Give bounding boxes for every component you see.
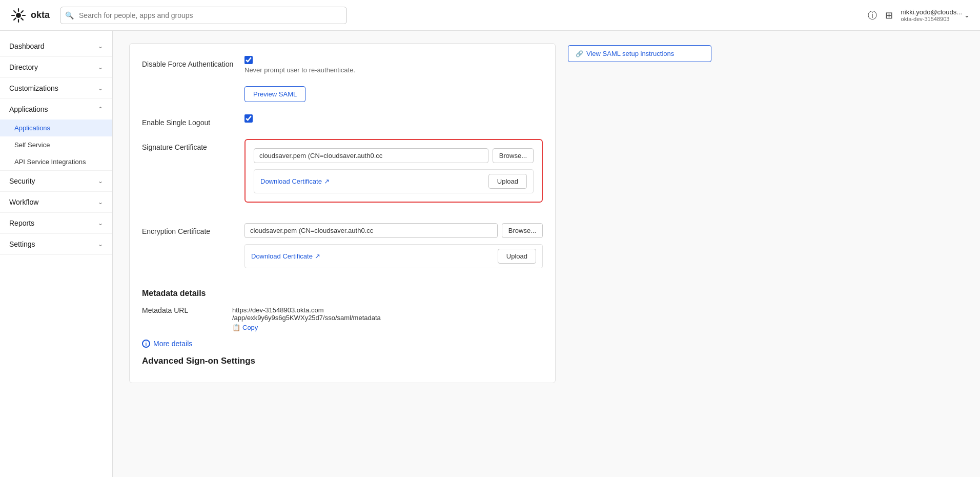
- sidebar-section-dashboard: Dashboard ⌄: [0, 36, 112, 57]
- encryption-cert-row: Encryption Certificate cloudsaver.pem (C…: [142, 223, 543, 276]
- advanced-title: Advanced Sign-on Settings: [142, 348, 543, 370]
- chevron-down-icon: ⌄: [98, 177, 103, 185]
- enable-single-logout-row: Enable Single Logout: [142, 114, 543, 127]
- content-area: Disable Force Authentication Never promp…: [113, 31, 728, 395]
- search-icon: 🔍: [65, 11, 74, 19]
- okta-wordmark: okta: [31, 10, 50, 21]
- svg-line-8: [14, 18, 16, 20]
- topnav-right: ⓘ ⊞ nikki.yodo@clouds... okta-dev-315489…: [868, 8, 970, 22]
- enable-single-logout-checkbox[interactable]: [244, 114, 253, 123]
- chevron-down-icon: ⌄: [98, 85, 103, 92]
- signature-cert-input-row: cloudsaver.pem (CN=cloudsaver.auth0.cc B…: [254, 148, 534, 163]
- metadata-section-title: Metadata details: [142, 289, 543, 298]
- sidebar-item-reports[interactable]: Reports ⌄: [0, 213, 112, 233]
- external-link-icon: ↗: [324, 177, 330, 185]
- enable-single-logout-label: Enable Single Logout: [142, 114, 244, 127]
- external-link-icon: ↗: [315, 252, 320, 260]
- signature-cert-actions: Download Certificate ↗ Upload: [254, 169, 534, 193]
- sidebar-item-security[interactable]: Security ⌄: [0, 171, 112, 191]
- chevron-down-icon: ⌄: [98, 43, 103, 50]
- sidebar-section-workflow: Workflow ⌄: [0, 192, 112, 213]
- signature-cert-browse-button[interactable]: Browse...: [493, 148, 534, 163]
- disable-force-auth-label: Disable Force Authentication: [142, 56, 244, 68]
- disable-force-auth-checkbox[interactable]: [244, 56, 253, 64]
- encryption-cert-section: cloudsaver.pem (CN=cloudsaver.auth0.cc B…: [244, 223, 543, 268]
- sidebar: Dashboard ⌄ Directory ⌄ Customizations ⌄…: [0, 31, 113, 477]
- sidebar-section-reports: Reports ⌄: [0, 213, 112, 234]
- chevron-down-icon: ⌄: [98, 220, 103, 227]
- search-input[interactable]: [60, 7, 347, 24]
- help-button[interactable]: ⓘ: [868, 9, 877, 22]
- sidebar-subitem-applications[interactable]: Applications: [0, 120, 112, 136]
- enable-single-logout-control: [244, 114, 543, 123]
- encryption-cert-download-link[interactable]: Download Certificate ↗: [251, 252, 320, 260]
- encryption-cert-browse-button[interactable]: Browse...: [502, 223, 543, 238]
- disable-force-auth-row: Disable Force Authentication Never promp…: [142, 56, 543, 74]
- metadata-url-row: Metadata URL https://dev-31548903.okta.c…: [142, 306, 543, 331]
- sidebar-item-directory[interactable]: Directory ⌄: [0, 57, 112, 77]
- okta-sunburst-icon: [10, 7, 27, 24]
- encryption-cert-file-display: cloudsaver.pem (CN=cloudsaver.auth0.cc: [244, 223, 498, 238]
- info-circle-icon: i: [142, 340, 150, 348]
- disable-force-auth-hint: Never prompt user to re-authenticate.: [244, 66, 543, 74]
- sidebar-item-customizations[interactable]: Customizations ⌄: [0, 78, 112, 98]
- copy-icon: 📋: [232, 324, 240, 331]
- encryption-cert-control: cloudsaver.pem (CN=cloudsaver.auth0.cc B…: [244, 223, 543, 276]
- chevron-up-icon: ⌃: [98, 106, 103, 113]
- right-sidebar-panel: 🔗 View SAML setup instructions: [568, 43, 711, 383]
- user-org: okta-dev-31548903: [901, 16, 962, 22]
- user-chevron-icon: ⌄: [964, 11, 970, 19]
- svg-line-6: [21, 18, 23, 20]
- signature-cert-control: cloudsaver.pem (CN=cloudsaver.auth0.cc B…: [244, 139, 543, 211]
- signature-cert-row: Signature Certificate cloudsaver.pem (CN…: [142, 139, 543, 211]
- copy-metadata-link[interactable]: 📋 Copy: [232, 324, 543, 331]
- user-menu[interactable]: nikki.yodo@clouds... okta-dev-31548903 ⌄: [901, 8, 970, 22]
- encryption-cert-actions: Download Certificate ↗ Upload: [244, 244, 543, 268]
- sidebar-section-directory: Directory ⌄: [0, 57, 112, 78]
- chevron-down-icon: ⌄: [98, 64, 103, 71]
- chevron-down-icon: ⌄: [98, 241, 103, 248]
- more-details[interactable]: i More details: [142, 340, 543, 348]
- grid-icon-button[interactable]: ⊞: [885, 10, 893, 21]
- sidebar-subitem-api-service[interactable]: API Service Integrations: [0, 153, 112, 170]
- sidebar-item-settings[interactable]: Settings ⌄: [0, 234, 112, 254]
- search-container: 🔍: [60, 7, 347, 24]
- svg-line-5: [14, 11, 16, 13]
- main-card: Disable Force Authentication Never promp…: [129, 43, 556, 383]
- encryption-cert-input-row: cloudsaver.pem (CN=cloudsaver.auth0.cc B…: [244, 223, 543, 238]
- metadata-url-value: https://dev-31548903.okta.com /app/exk9y…: [232, 306, 543, 331]
- main-content: Disable Force Authentication Never promp…: [113, 31, 980, 477]
- signature-cert-upload-button[interactable]: Upload: [488, 174, 527, 189]
- external-link-icon: 🔗: [576, 50, 583, 57]
- metadata-section: Metadata details Metadata URL https://de…: [142, 289, 543, 331]
- chevron-down-icon: ⌄: [98, 198, 103, 206]
- sidebar-section-applications: Applications ⌃ Applications Self Service…: [0, 99, 112, 171]
- signature-cert-label: Signature Certificate: [142, 139, 244, 151]
- svg-line-7: [21, 11, 23, 13]
- signature-cert-section: cloudsaver.pem (CN=cloudsaver.auth0.cc B…: [244, 139, 543, 203]
- metadata-url-label: Metadata URL: [142, 306, 224, 331]
- encryption-cert-label: Encryption Certificate: [142, 223, 244, 235]
- disable-force-auth-control: Never prompt user to re-authenticate.: [244, 56, 543, 74]
- sidebar-section-settings: Settings ⌄: [0, 234, 112, 255]
- view-saml-button[interactable]: 🔗 View SAML setup instructions: [568, 45, 711, 62]
- svg-point-0: [16, 13, 21, 18]
- okta-logo: okta: [10, 7, 50, 24]
- sidebar-item-dashboard[interactable]: Dashboard ⌄: [0, 36, 112, 56]
- sidebar-section-security: Security ⌄: [0, 171, 112, 192]
- sidebar-subitem-self-service[interactable]: Self Service: [0, 136, 112, 153]
- sidebar-item-applications[interactable]: Applications ⌃: [0, 99, 112, 120]
- signature-cert-download-link[interactable]: Download Certificate ↗: [260, 177, 330, 185]
- layout: Dashboard ⌄ Directory ⌄ Customizations ⌄…: [0, 31, 980, 477]
- signature-cert-file-display: cloudsaver.pem (CN=cloudsaver.auth0.cc: [254, 148, 488, 163]
- preview-saml-button[interactable]: Preview SAML: [244, 86, 305, 102]
- encryption-cert-upload-button[interactable]: Upload: [498, 249, 536, 264]
- topnav: okta 🔍 ⓘ ⊞ nikki.yodo@clouds... okta-dev…: [0, 0, 980, 31]
- sidebar-item-workflow[interactable]: Workflow ⌄: [0, 192, 112, 212]
- sidebar-section-customizations: Customizations ⌄: [0, 78, 112, 99]
- user-name: nikki.yodo@clouds...: [901, 8, 962, 16]
